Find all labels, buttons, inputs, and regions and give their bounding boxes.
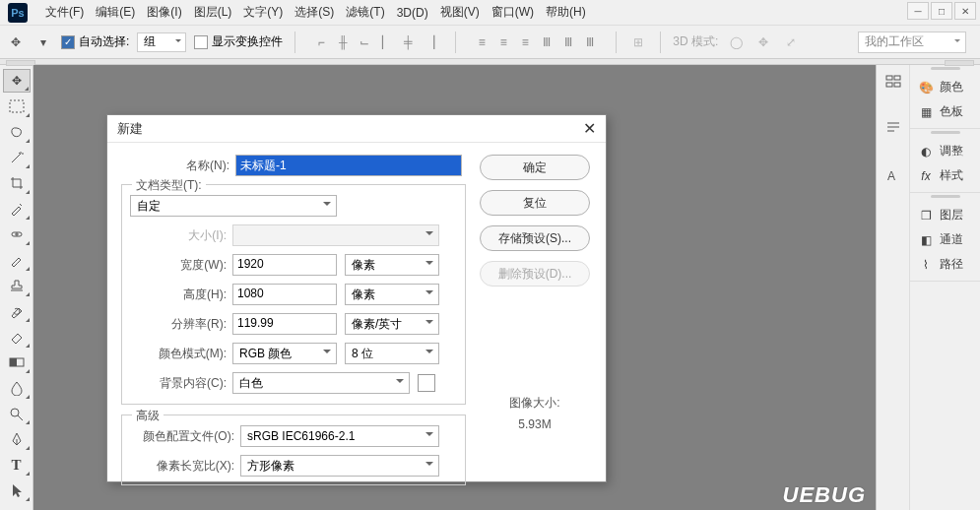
properties-panel-icon[interactable] [882,118,904,140]
crop-tool[interactable] [3,171,31,195]
menu-edit[interactable]: 编辑(E) [90,0,141,25]
options-dropdown-icon[interactable]: ▾ [33,32,53,52]
blur-tool[interactable] [3,376,31,400]
auto-select-target-dropdown[interactable]: 组 [137,32,186,52]
history-brush-tool[interactable] [3,299,31,323]
move-tool-icon: ✥ [6,32,26,52]
color-mode-label: 颜色模式(M): [130,346,232,362]
align-left-icon[interactable]: ▏ [376,32,396,52]
palette-icon: 🎨 [918,80,934,96]
auto-select-checkbox[interactable]: ✓ [61,35,75,49]
align-right-icon[interactable]: ▕ [420,32,439,52]
align-vcenter-icon[interactable]: ╫ [333,32,353,52]
pen-tool[interactable] [3,427,31,451]
move-tool[interactable]: ✥ [3,69,31,93]
stamp-tool[interactable] [3,274,31,297]
mode3d-pan-icon[interactable]: ✥ [753,32,773,52]
mode3d-zoom-icon[interactable]: ⤢ [781,32,801,52]
height-label: 高度(H): [130,287,232,303]
minimize-button[interactable]: ─ [907,2,929,20]
panel-layers[interactable]: ❒图层 [910,203,980,227]
mode3d-orbit-icon[interactable]: ◯ [726,32,746,52]
path-select-tool[interactable] [3,478,31,502]
maximize-button[interactable]: □ [931,2,952,20]
distribute-hcenter-icon[interactable]: Ⅲ [558,32,578,52]
workspace-dropdown[interactable]: 我的工作区 [858,32,966,53]
menu-window[interactable]: 窗口(W) [486,0,540,25]
distribute-top-icon[interactable]: ≡ [472,32,491,52]
lasso-tool[interactable] [3,120,31,144]
name-input[interactable]: 未标题-1 [235,155,462,176]
align-hcenter-icon[interactable]: ╪ [398,32,418,52]
image-size-readout: 图像大小: 5.93M [480,395,590,431]
menu-view[interactable]: 视图(V) [434,0,486,25]
panel-stack: 🎨颜色 ▦色板 ◐调整 fx样式 ❒图层 ◧通道 ⌇路径 [910,65,980,510]
width-input[interactable]: 1920 [232,254,337,276]
reset-button[interactable]: 复位 [480,190,590,216]
background-select[interactable]: 白色 [232,372,410,394]
panel-paths[interactable]: ⌇路径 [910,252,980,277]
menu-3d[interactable]: 3D(D) [391,2,434,24]
pixel-aspect-select[interactable]: 方形像素 [240,455,439,477]
panel-swatches[interactable]: ▦色板 [910,99,980,124]
distribute-vcenter-icon[interactable]: ≡ [493,32,513,52]
magic-wand-tool[interactable] [3,146,31,169]
auto-align-icon[interactable]: ⊞ [628,32,648,52]
window-controls: ─ □ ✕ [907,2,976,20]
history-panel-icon[interactable] [882,71,904,93]
close-button[interactable]: ✕ [954,2,976,20]
dodge-tool[interactable] [3,402,31,425]
eraser-tool[interactable] [3,325,31,349]
height-input[interactable]: 1080 [232,284,337,305]
resolution-label: 分辨率(R): [130,316,232,333]
distribute-right-icon[interactable]: Ⅲ [580,32,600,52]
resolution-unit-select[interactable]: 像素/英寸 [345,313,439,335]
align-top-icon[interactable]: ⌐ [311,32,331,52]
auto-select-option[interactable]: ✓ 自动选择: [61,33,129,50]
marquee-tool[interactable] [3,95,31,118]
background-color-swatch[interactable] [418,374,435,392]
menu-help[interactable]: 帮助(H) [540,0,592,25]
svg-point-4 [11,409,19,416]
menu-select[interactable]: 选择(S) [289,0,340,25]
preset-fieldset: 文档类型(T): 自定 大小(I): 宽度(W): 1920 像素 高度(H): [121,184,466,405]
eyedropper-tool[interactable] [3,197,31,221]
menu-layer[interactable]: 图层(L) [188,0,238,25]
doc-type-select[interactable]: 自定 [130,195,337,217]
align-group-1: ⌐ ╫ ⌙ ▏ ╪ ▕ [307,32,443,52]
distribute-left-icon[interactable]: Ⅲ [537,32,556,52]
align-bottom-icon[interactable]: ⌙ [355,32,374,52]
type-tool[interactable]: T [3,453,31,477]
resolution-input[interactable]: 119.99 [232,313,337,335]
size-label: 大小(I): [130,227,232,244]
channels-icon: ◧ [918,232,934,248]
bit-depth-select[interactable]: 8 位 [345,343,439,364]
close-icon[interactable]: ✕ [583,119,596,138]
brush-tool[interactable] [3,248,31,272]
show-transform-checkbox[interactable] [194,35,208,49]
panel-channels[interactable]: ◧通道 [910,227,980,252]
menu-image[interactable]: 图像(I) [141,0,187,25]
character-panel-icon[interactable]: A [882,165,904,187]
new-document-dialog: 新建 ✕ 名称(N): 未标题-1 文档类型(T): 自定 大小(I): [106,114,607,482]
panel-styles[interactable]: fx样式 [910,163,980,188]
background-label: 背景内容(C): [130,375,232,392]
delete-preset-button: 删除预设(D)... [480,261,590,287]
save-preset-button[interactable]: 存储预设(S)... [480,225,590,251]
dialog-titlebar[interactable]: 新建 ✕ [107,115,606,143]
menu-file[interactable]: 文件(F) [39,0,90,25]
color-profile-select[interactable]: sRGB IEC61966-2.1 [240,425,439,447]
height-unit-select[interactable]: 像素 [345,284,439,305]
menu-type[interactable]: 文字(Y) [237,0,289,25]
name-label: 名称(N): [121,158,235,174]
gradient-tool[interactable] [3,351,31,374]
distribute-bottom-icon[interactable]: ≡ [515,32,535,52]
healing-tool[interactable] [3,223,31,246]
color-mode-select[interactable]: RGB 颜色 [232,343,337,364]
show-transform-option[interactable]: 显示变换控件 [194,33,283,50]
width-unit-select[interactable]: 像素 [345,254,439,276]
menu-filter[interactable]: 滤镜(T) [340,0,390,25]
ok-button[interactable]: 确定 [480,155,590,180]
panel-adjustments[interactable]: ◐调整 [910,139,980,163]
panel-color[interactable]: 🎨颜色 [910,75,980,99]
